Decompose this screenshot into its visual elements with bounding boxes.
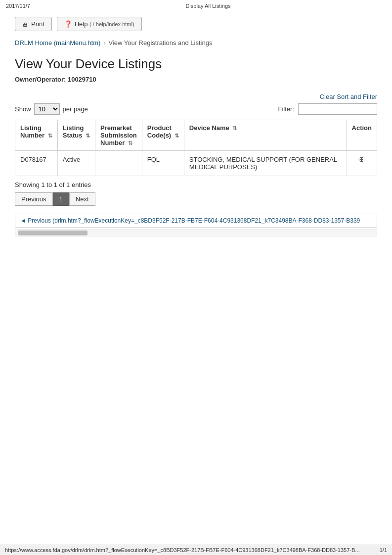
cell-premarket — [95, 151, 142, 176]
print-button[interactable]: 🖨 Print — [15, 17, 52, 31]
date-label: 2017/11/7 — [6, 3, 30, 9]
prev-link-bar[interactable]: ◄ Previous (drlm.htm?_flowExecutionKey=_… — [15, 214, 377, 228]
sort-icon-listing-number: ⇅ — [48, 133, 52, 139]
scrollbar-thumb[interactable] — [18, 231, 87, 235]
cell-device-name: STOCKING, MEDICAL SUPPORT (FOR GENERAL M… — [184, 151, 347, 176]
page-title: View Your Device Listings — [15, 56, 377, 72]
table-header-row: ListingNumber ⇅ ListingStatus ⇅ Premarke… — [15, 120, 377, 151]
breadcrumb-separator: › — [103, 40, 105, 46]
scrollbar-area[interactable] — [15, 230, 377, 236]
top-bar: 2017/11/7 Display All Listings — [0, 0, 392, 12]
cell-action: 👁 — [347, 151, 377, 176]
sort-icon-product-codes: ⇅ — [174, 133, 179, 139]
pagination-info: Showing 1 to 1 of 1 entries — [15, 181, 377, 188]
cell-product-codes: FQL — [142, 151, 184, 176]
toolbar: 🖨 Print ❓ Help (./ help/index.html) — [0, 12, 392, 36]
filter-label: Filter: — [278, 105, 295, 113]
breadcrumb-home-link[interactable]: DRLM Home (mainMenu.htm) — [15, 39, 100, 46]
filter-input[interactable] — [298, 103, 377, 115]
pagination: Previous 1 Next — [15, 192, 377, 206]
help-icon: ❓ — [64, 20, 72, 28]
per-page-text: per page — [63, 105, 88, 113]
show-label: Show 10 25 50 100 per page — [15, 103, 88, 115]
help-label: Help (./ help/index.html) — [75, 20, 134, 28]
controls-row: Clear Sort and Filter — [15, 93, 377, 100]
col-product-codes[interactable]: ProductCode(s) ⇅ — [142, 120, 184, 151]
col-listing-number[interactable]: ListingNumber ⇅ — [15, 120, 58, 151]
help-button[interactable]: ❓ Help (./ help/index.html) — [57, 17, 142, 31]
show-text: Show — [15, 105, 31, 113]
breadcrumb-current: View Your Registrations and Listings — [108, 39, 212, 46]
url-bar: https://www.access.fda.gov/drlm/drlm.htm… — [0, 545, 392, 555]
cell-listing-number: D078167 — [15, 151, 58, 176]
sort-icon-device-name: ⇅ — [232, 125, 237, 132]
prev-link-text[interactable]: Previous (drlm.htm?_flowExecutionKey=_c8… — [28, 217, 360, 224]
previous-button[interactable]: Previous — [15, 192, 53, 206]
breadcrumb: DRLM Home (mainMenu.htm) › View Your Reg… — [0, 36, 392, 51]
url-page-count: 1/1 — [380, 547, 387, 553]
show-filter-row: Show 10 25 50 100 per page Filter: — [15, 103, 377, 115]
clear-sort-filter-link[interactable]: Clear Sort and Filter — [320, 93, 377, 100]
filter-row: Filter: — [278, 103, 378, 115]
url-text: https://www.access.fda.gov/drlm/drlm.htm… — [5, 547, 359, 553]
per-page-select[interactable]: 10 25 50 100 — [34, 103, 60, 115]
prev-arrow: ◄ — [20, 217, 28, 224]
col-premarket-submission[interactable]: PremarketSubmissionNumber ⇅ — [95, 120, 142, 151]
owner-value: 10029710 — [68, 76, 96, 83]
next-button[interactable]: Next — [69, 192, 95, 206]
main-content: View Your Device Listings Owner/Operator… — [0, 51, 392, 261]
col-device-name[interactable]: Device Name ⇅ — [184, 120, 347, 151]
owner-operator: Owner/Operator: 10029710 — [15, 76, 377, 83]
col-action: Action — [347, 120, 377, 151]
cell-listing-status: Active — [57, 151, 95, 176]
owner-label: Owner/Operator: — [15, 76, 66, 83]
col-listing-status[interactable]: ListingStatus ⇅ — [57, 120, 95, 151]
view-icon[interactable]: 👁 — [358, 156, 366, 165]
print-label: Print — [31, 20, 44, 28]
sort-icon-listing-status: ⇅ — [86, 133, 90, 139]
page-heading: Display All Listings — [185, 3, 230, 9]
data-table: ListingNumber ⇅ ListingStatus ⇅ Premarke… — [15, 120, 377, 176]
sort-icon-premarket: ⇅ — [128, 140, 132, 146]
page-1-button[interactable]: 1 — [53, 192, 69, 206]
table-row: D078167ActiveFQLSTOCKING, MEDICAL SUPPOR… — [15, 151, 377, 176]
printer-icon: 🖨 — [22, 20, 29, 28]
